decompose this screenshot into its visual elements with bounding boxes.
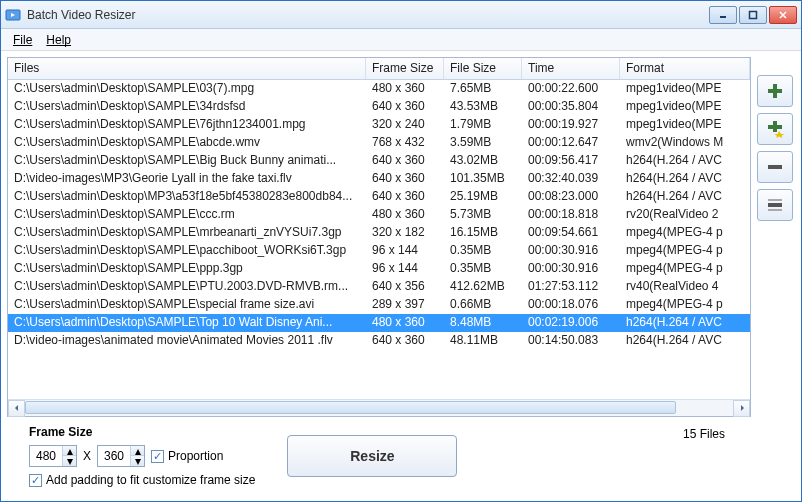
cell-frame: 96 x 144	[366, 260, 444, 278]
cell-size: 0.66MB	[444, 296, 522, 314]
cell-size: 101.35MB	[444, 170, 522, 188]
cell-time: 00:00:18.818	[522, 206, 620, 224]
add-file-button[interactable]	[757, 75, 793, 107]
cell-format: mpeg1video(MPE	[620, 80, 750, 98]
window-controls	[709, 6, 797, 24]
cell-size: 412.62MB	[444, 278, 522, 296]
cell-size: 48.11MB	[444, 332, 522, 350]
table-row[interactable]: D:\video-images\animated movie\Animated …	[8, 332, 750, 350]
cell-size: 43.53MB	[444, 98, 522, 116]
cell-format: wmv2(Windows M	[620, 134, 750, 152]
table-row[interactable]: C:\Users\admin\Desktop\SAMPLE\Top 10 Wal…	[8, 314, 750, 332]
cell-time: 01:27:53.112	[522, 278, 620, 296]
menu-file[interactable]: File	[7, 31, 38, 49]
cell-time: 00:08:23.000	[522, 188, 620, 206]
col-files[interactable]: Files	[8, 58, 366, 79]
table-row[interactable]: D:\video-images\MP3\Georie Lyall in the …	[8, 170, 750, 188]
remove-button[interactable]	[757, 151, 793, 183]
cell-time: 00:09:54.661	[522, 224, 620, 242]
cell-path: C:\Users\admin\Desktop\SAMPLE\special fr…	[8, 296, 366, 314]
cell-size: 3.59MB	[444, 134, 522, 152]
scroll-thumb[interactable]	[25, 401, 676, 414]
cell-time: 00:00:18.076	[522, 296, 620, 314]
cell-size: 7.65MB	[444, 80, 522, 98]
cell-format: rv40(RealVideo 4	[620, 278, 750, 296]
menu-help[interactable]: Help	[40, 31, 77, 49]
table-row[interactable]: C:\Users\admin\Desktop\SAMPLE\03(7).mpg4…	[8, 80, 750, 98]
col-format[interactable]: Format	[620, 58, 750, 79]
file-table[interactable]: Files Frame Size File Size Time Format C…	[7, 57, 751, 417]
cell-format: mpeg4(MPEG-4 p	[620, 224, 750, 242]
cell-frame: 96 x 144	[366, 242, 444, 260]
scroll-right-icon[interactable]	[733, 400, 750, 417]
resize-button[interactable]: Resize	[287, 435, 457, 477]
proportion-checkbox[interactable]: Proportion	[151, 449, 223, 463]
col-file-size[interactable]: File Size	[444, 58, 522, 79]
cell-time: 00:00:12.647	[522, 134, 620, 152]
cell-path: C:\Users\admin\Desktop\SAMPLE\03(7).mpg	[8, 80, 366, 98]
svg-rect-16	[768, 209, 782, 211]
cell-path: C:\Users\admin\Desktop\SAMPLE\pacchiboot…	[8, 242, 366, 260]
cell-frame: 480 x 360	[366, 206, 444, 224]
cell-frame: 480 x 360	[366, 314, 444, 332]
bottom-panel: Frame Size 480 ▴▾ X 360 ▴▾ Proportion	[7, 421, 795, 495]
clear-all-button[interactable]	[757, 189, 793, 221]
col-time[interactable]: Time	[522, 58, 620, 79]
cell-size: 43.02MB	[444, 152, 522, 170]
scroll-left-icon[interactable]	[8, 400, 25, 417]
minimize-button[interactable]	[709, 6, 737, 24]
table-row[interactable]: C:\Users\admin\Desktop\SAMPLE\Big Buck B…	[8, 152, 750, 170]
cell-time: 00:00:30.916	[522, 260, 620, 278]
add-folder-button[interactable]	[757, 113, 793, 145]
maximize-button[interactable]	[739, 6, 767, 24]
col-frame-size[interactable]: Frame Size	[366, 58, 444, 79]
cell-path: C:\Users\admin\Desktop\SAMPLE\Big Buck B…	[8, 152, 366, 170]
height-input[interactable]: 360 ▴▾	[97, 445, 145, 467]
table-row[interactable]: C:\Users\admin\Desktop\SAMPLE\pacchiboot…	[8, 242, 750, 260]
svg-marker-12	[775, 131, 785, 138]
cell-time: 00:00:22.600	[522, 80, 620, 98]
cell-frame: 640 x 360	[366, 98, 444, 116]
height-down-icon[interactable]: ▾	[130, 456, 144, 466]
cell-path: C:\Users\admin\Desktop\SAMPLE\abcde.wmv	[8, 134, 366, 152]
table-row[interactable]: C:\Users\admin\Desktop\SAMPLE\abcde.wmv7…	[8, 134, 750, 152]
table-row[interactable]: C:\Users\admin\Desktop\SAMPLE\ccc.rm480 …	[8, 206, 750, 224]
cell-time: 00:14:50.083	[522, 332, 620, 350]
scroll-track[interactable]	[25, 400, 733, 417]
width-input[interactable]: 480 ▴▾	[29, 445, 77, 467]
cell-time: 00:00:30.916	[522, 242, 620, 260]
window-title: Batch Video Resizer	[27, 8, 709, 22]
table-row[interactable]: C:\Users\admin\Desktop\SAMPLE\34rdsfsd64…	[8, 98, 750, 116]
checkbox-icon	[151, 450, 164, 463]
table-row[interactable]: C:\Users\admin\Desktop\MP3\a53f18e5bf453…	[8, 188, 750, 206]
cell-frame: 320 x 240	[366, 116, 444, 134]
table-row[interactable]: C:\Users\admin\Desktop\SAMPLE\ppp.3gp96 …	[8, 260, 750, 278]
cell-format: mpeg4(MPEG-4 p	[620, 296, 750, 314]
cell-format: h264(H.264 / AVC	[620, 152, 750, 170]
cell-time: 00:02:19.006	[522, 314, 620, 332]
table-row[interactable]: C:\Users\admin\Desktop\SAMPLE\76jthn1234…	[8, 116, 750, 134]
table-row[interactable]: C:\Users\admin\Desktop\SAMPLE\mrbeanarti…	[8, 224, 750, 242]
width-down-icon[interactable]: ▾	[62, 456, 76, 466]
close-button[interactable]	[769, 6, 797, 24]
minus-icon	[766, 158, 784, 176]
cell-frame: 480 x 360	[366, 80, 444, 98]
cell-path: C:\Users\admin\Desktop\SAMPLE\ccc.rm	[8, 206, 366, 224]
cell-format: rv20(RealVideo 2	[620, 206, 750, 224]
padding-checkbox[interactable]: Add padding to fit customize frame size	[29, 473, 255, 487]
frame-size-label: Frame Size	[29, 425, 255, 439]
cell-format: mpeg4(MPEG-4 p	[620, 260, 750, 278]
table-row[interactable]: C:\Users\admin\Desktop\SAMPLE\special fr…	[8, 296, 750, 314]
checkbox-icon	[29, 474, 42, 487]
horizontal-scrollbar[interactable]	[8, 399, 750, 416]
cell-format: h264(H.264 / AVC	[620, 170, 750, 188]
table-body: C:\Users\admin\Desktop\SAMPLE\03(7).mpg4…	[8, 80, 750, 399]
svg-rect-11	[768, 125, 782, 129]
app-window: Batch Video Resizer File Help Files Fram…	[0, 0, 802, 502]
cell-path: C:\Users\admin\Desktop\SAMPLE\PTU.2003.D…	[8, 278, 366, 296]
cell-format: h264(H.264 / AVC	[620, 314, 750, 332]
side-toolbar	[757, 57, 795, 417]
cell-time: 00:00:19.927	[522, 116, 620, 134]
cell-size: 1.79MB	[444, 116, 522, 134]
table-row[interactable]: C:\Users\admin\Desktop\SAMPLE\PTU.2003.D…	[8, 278, 750, 296]
